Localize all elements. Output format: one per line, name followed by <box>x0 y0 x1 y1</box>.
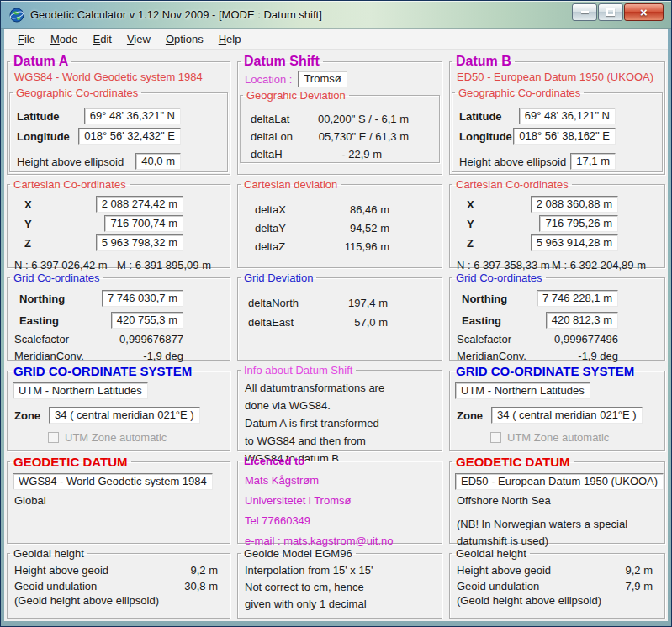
meridian-row: MeridianConv. -1,9 deg <box>450 350 664 362</box>
licensee-tel: Tel 77660349 <box>245 511 442 531</box>
x-label: X <box>467 198 474 211</box>
y-field[interactable]: 716 795,26 m <box>539 215 618 232</box>
latitude-field[interactable]: 69° 48' 36,121" N <box>519 108 616 124</box>
zone-label: Zone <box>14 409 40 422</box>
geoide-model-text: Interpolation from 15' x 15' Not correct… <box>238 561 442 613</box>
utm-auto-row: UTM Zone automatic <box>490 431 664 444</box>
menu-edit[interactable]: Edit <box>86 30 119 48</box>
scalefactor-value: 0,999676877 <box>119 333 183 345</box>
height-row: Height above ellipsoid 40,0 m <box>10 153 227 170</box>
zone-field[interactable]: 34 ( central meridian 021°E ) <box>491 407 643 424</box>
deltax-row: deltaX 86,46 m <box>238 203 442 216</box>
scalefactor-row: Scalefactor 0,999676877 <box>8 333 230 345</box>
longitude-label: Longitude <box>17 130 70 143</box>
height-row: Height above ellipsoid 17,1 m <box>452 153 662 170</box>
m-value: M : 6 392 204,89 m <box>552 259 646 271</box>
close-button[interactable]: × <box>624 3 664 21</box>
z-field[interactable]: 5 963 914,28 m <box>531 234 618 251</box>
z-row: Z 5 963 798,32 m <box>8 234 230 251</box>
licence-frame: Licenced to Mats Kågstrøm Universitetet … <box>237 455 442 544</box>
utm-auto-label: UTM Zone automatic <box>65 431 167 444</box>
app-window: Geodetic Calculator v 1.12 Nov 2009 - [M… <box>0 0 672 627</box>
meridian-label: MeridianConv. <box>457 350 526 362</box>
licensee-org: Universitetet i Tromsø <box>245 491 442 511</box>
longitude-field[interactable]: 018° 56' 38,162" E <box>513 128 616 145</box>
northing-row: Northing 7 746 228,1 m <box>450 290 664 307</box>
licence-text: Mats Kågstrøm Universitetet i Tromsø Tel… <box>238 468 442 551</box>
northing-field[interactable]: 7 746 228,1 m <box>537 290 618 307</box>
datum-a-geoidal-frame: Geoidal height Height above geoid 9,2 m … <box>7 547 230 619</box>
grid-system-field[interactable]: UTM - Northern Latitudes <box>455 382 590 399</box>
latitude-label: Latitude <box>17 110 60 123</box>
titlebar[interactable]: Geodetic Calculator v 1.12 Nov 2009 - [M… <box>1 1 671 29</box>
geodetic-datum-notes: Offshore North Sea (NB! In Norwegian wat… <box>450 490 664 550</box>
zone-field[interactable]: 34 ( central meridian 021°E ) <box>49 407 200 424</box>
minimize-icon <box>581 11 589 13</box>
geodetic-datum-field[interactable]: WGS84 - World Geodetic system 1984 <box>13 473 213 490</box>
n-value: N : 6 397 358,33 m <box>457 259 550 271</box>
y-field[interactable]: 716 700,74 m <box>104 215 183 232</box>
geoide-model-frame: Geoide Model EGM96 Interpolation from 15… <box>237 547 442 619</box>
window-frame: Geodetic Calculator v 1.12 Nov 2009 - [M… <box>1 1 671 626</box>
datum-b-geographic-frame: Geographic Co-ordinates Latitude 69° 48'… <box>452 87 663 172</box>
height-field[interactable]: 17,1 m <box>570 153 616 170</box>
window-title: Geodetic Calculator v 1.12 Nov 2009 - [M… <box>30 8 322 21</box>
location-field[interactable]: Tromsø <box>298 71 347 87</box>
maximize-button[interactable] <box>598 3 623 21</box>
datum-b-subtitle: ED50 - European Datum 1950 (UKOOA) <box>450 70 664 85</box>
x-field[interactable]: 2 088 274,42 m <box>96 196 183 213</box>
deltay-value: 94,52 m <box>350 222 389 234</box>
licensee-name: Mats Kågstrøm <box>245 471 442 491</box>
latitude-field[interactable]: 69° 48' 36,321" N <box>84 108 181 124</box>
x-field[interactable]: 2 088 360,88 m <box>531 196 618 213</box>
y-row: Y 716 795,26 m <box>450 215 664 232</box>
window-body: Datum A WGS84 - World Geodetic system 19… <box>1 50 671 626</box>
height-label: Height above ellipsoid <box>459 155 566 168</box>
meridian-value: -1,9 deg <box>143 350 183 362</box>
minimize-button[interactable] <box>572 3 597 21</box>
location-row: Location : Tromsø <box>238 71 442 87</box>
datum-b-title: Datum B <box>452 54 515 69</box>
scalefactor-row: Scalefactor 0,999677496 <box>450 333 664 345</box>
deltanorth-row: deltaNorth 197,4 m <box>238 297 442 309</box>
z-row: Z 5 963 914,28 m <box>450 234 664 251</box>
y-row: Y 716 700,74 m <box>8 215 230 232</box>
geodetic-datum-field[interactable]: ED50 - European Datum 1950 (UKOOA) <box>455 473 664 490</box>
datum-a-geographic-frame: Geographic Co-ordinates Latitude 69° 48'… <box>9 87 228 172</box>
latitude-label: Latitude <box>459 110 502 123</box>
datum-a-column: Datum A WGS84 - World Geodetic system 19… <box>7 54 230 619</box>
easting-field[interactable]: 420 812,3 m <box>546 312 618 329</box>
height-field[interactable]: 40,0 m <box>135 153 181 170</box>
utm-auto-checkbox[interactable] <box>490 432 501 443</box>
cartesian-deviation-frame: Cartesian deviation deltaX 86,46 m delta… <box>237 178 442 268</box>
undulation-value: 7,9 m <box>625 580 653 593</box>
northing-row: Northing 7 746 030,7 m <box>8 290 230 307</box>
grid-deviation-frame: Grid Deviation deltaNorth 197,4 m deltaE… <box>237 271 442 361</box>
deltalat-row: deltaLat 00,200" S / - 6,1 m <box>241 113 439 125</box>
menu-mode[interactable]: Mode <box>43 30 86 48</box>
menu-file[interactable]: File <box>10 30 43 48</box>
scalefactor-label: Scalefactor <box>457 333 511 345</box>
northing-field[interactable]: 7 746 030,7 m <box>102 290 183 307</box>
nm-row: N : 6 397 026,42 m M : 6 391 895,09 m <box>8 259 230 271</box>
geoid-height-row: Height above geoid 9,2 m <box>450 564 664 577</box>
menu-help[interactable]: Help <box>211 30 249 48</box>
grid-system-field[interactable]: UTM - Northern Latitudes <box>13 382 148 399</box>
datum-b-frame: Datum B ED50 - European Datum 1950 (UKOO… <box>449 54 665 175</box>
easting-row: Easting 420 755,3 m <box>8 312 230 329</box>
datum-a-subtitle: WGS84 - World Geodetic system 1984 <box>8 70 230 85</box>
x-row: X 2 088 360,88 m <box>450 196 664 213</box>
easting-field[interactable]: 420 755,3 m <box>111 312 183 329</box>
longitude-field[interactable]: 018° 56' 32,432" E <box>78 128 181 145</box>
utm-auto-checkbox[interactable] <box>48 432 59 443</box>
datum-a-geodetic-frame: GEODETIC DATUM WGS84 - World Geodetic sy… <box>7 455 230 544</box>
deltalon-row: deltaLon 05,730" E / 61,3 m <box>241 130 439 143</box>
menu-options[interactable]: Options <box>158 30 211 48</box>
geoid-height-row: Height above geoid 9,2 m <box>8 564 230 577</box>
geoid-note: (Geoid height above ellipsoid) <box>8 593 230 607</box>
menu-view[interactable]: View <box>119 30 158 48</box>
longitude-row: Longitude 018° 56' 38,162" E <box>452 128 662 145</box>
deltalon-value: 05,730" E / 61,3 m <box>319 130 409 143</box>
z-field[interactable]: 5 963 798,32 m <box>96 234 183 251</box>
datum-b-geoidal-frame: Geoidal height Height above geoid 9,2 m … <box>449 547 665 619</box>
